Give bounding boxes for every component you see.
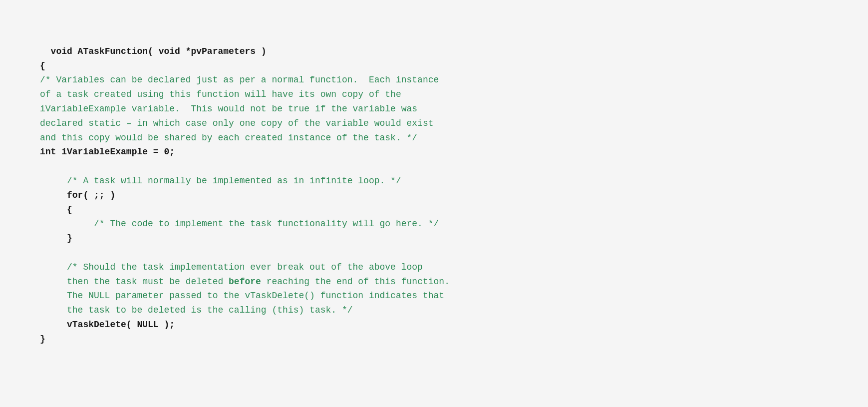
line-7: and this copy would be shared by each cr… [40,133,417,143]
keyword-for: for( ;; ) [40,190,115,200]
keyword-int: int iVariableExample = 0; [40,147,175,157]
line-4: of a task created using this function wi… [40,89,401,99]
keyword-open-brace-1: { [40,61,45,71]
line-6: declared static – in which case only one… [40,118,434,128]
line-21: } [40,334,45,344]
comment-9: then the task must be deleted before rea… [40,277,450,287]
line-8: int iVariableExample = 0; [40,147,175,157]
line-17: then the task must be deleted before rea… [40,277,450,287]
comment-8: /* Should the task implementation ever b… [40,262,423,272]
line-5: iVariableExample variable. This would no… [40,104,417,114]
line-14: } [40,233,72,243]
comment-11: the task to be deleted is the calling (t… [40,305,353,315]
comment-5: and this copy would be shared by each cr… [40,133,417,143]
comment-10: The NULL parameter passed to the vTaskDe… [40,291,444,301]
comment-7: /* The code to implement the task functi… [40,219,439,229]
line-1: void ATaskFunction( void *pvParameters ) [51,46,267,56]
keyword-void: void ATaskFunction( void *pvParameters ) [51,46,267,56]
line-20: vTaskDelete( NULL ); [40,320,175,330]
line-3: /* Variables can be declared just as per… [40,75,439,85]
comment-4: declared static – in which case only one… [40,118,434,128]
comment-1: /* Variables can be declared just as per… [40,75,439,85]
keyword-close-brace-2: } [40,334,45,344]
comment-2: of a task created using this function wi… [40,89,401,99]
comment-3: iVariableExample variable. This would no… [40,104,417,114]
line-16: /* Should the task implementation ever b… [40,262,423,272]
code-block: void ATaskFunction( void *pvParameters )… [40,30,450,361]
bold-before: before [229,277,261,287]
line-10: /* A task will normally be implemented a… [40,176,401,186]
keyword-vtaskdelete: vTaskDelete( NULL ); [40,320,175,330]
keyword-close-brace-1: } [40,233,72,243]
line-18: The NULL parameter passed to the vTaskDe… [40,291,444,301]
line-12: { [40,205,72,215]
line-19: the task to be deleted is the calling (t… [40,305,353,315]
comment-6: /* A task will normally be implemented a… [40,176,401,186]
line-11: for( ;; ) [40,190,115,200]
keyword-open-brace-2: { [40,205,72,215]
line-2: { [40,61,45,71]
line-13: /* The code to implement the task functi… [40,219,439,229]
